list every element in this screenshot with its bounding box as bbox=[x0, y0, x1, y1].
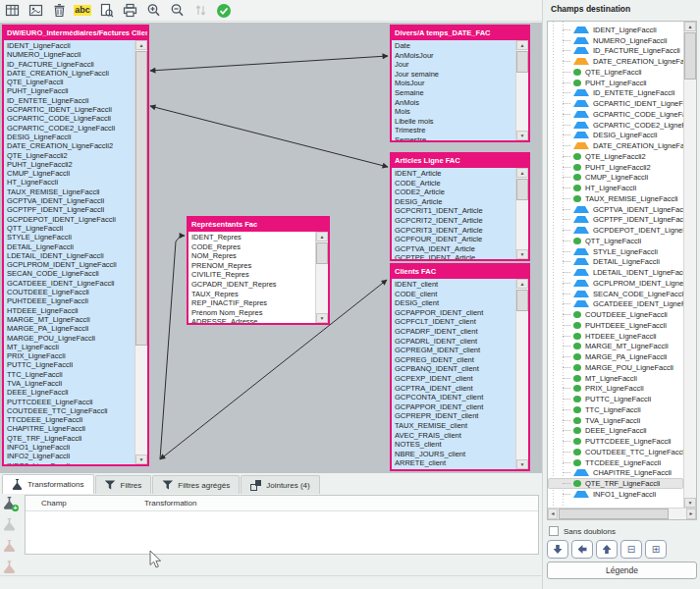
table-field[interactable]: PRIX_LigneFaccli bbox=[4, 351, 135, 360]
destination-field[interactable]: GCPTPF_IDENT_LigneFaccli bbox=[548, 215, 683, 226]
entity-table-clients[interactable]: Clients FAC IDENT_clientCODE_clientDESIG… bbox=[390, 263, 530, 471]
scroll-down-button[interactable]: ▼ bbox=[135, 455, 147, 464]
destination-field[interactable]: QTE_TRF_LigneFaccli bbox=[548, 478, 683, 489]
destination-field[interactable]: GCATDEEE_IDENT_LigneFaccli bbox=[548, 299, 683, 310]
transformations-list[interactable]: Champ Transformation bbox=[25, 495, 539, 555]
table-field[interactable]: CODE_Article bbox=[392, 179, 515, 188]
destination-field[interactable]: COUTDEEE_TTC_LigneFaccli bbox=[548, 447, 683, 457]
table-field[interactable]: GCPTVA_IDENT_LigneFaccli bbox=[4, 196, 135, 205]
scroll-right-button[interactable]: ► bbox=[686, 509, 696, 519]
entity-table-title[interactable]: Divers/A temps_DATE_FAC bbox=[392, 27, 528, 40]
table-field[interactable]: DATE_CREATION_LigneFaccli2 bbox=[4, 141, 135, 150]
destination-field[interactable]: HTDEEE_LigneFaccli bbox=[548, 331, 683, 342]
table-field[interactable]: QTT_LigneFaccli bbox=[4, 224, 135, 233]
table-field[interactable]: GCPARTIC_CODE_LigneFaccli bbox=[4, 114, 135, 123]
table-field[interactable]: GCPAPPOR_IDENT_client bbox=[392, 308, 515, 318]
legend-button[interactable]: Légende bbox=[547, 562, 697, 579]
move-down-button[interactable] bbox=[547, 540, 568, 559]
table-field[interactable]: QTE_TRF_LigneFaccli bbox=[4, 434, 135, 443]
table-field[interactable]: NOTES_client bbox=[392, 440, 515, 450]
table-field[interactable]: IDENT_Repres bbox=[188, 233, 315, 242]
destination-field[interactable]: MARGE_POU_LigneFaccli bbox=[548, 362, 683, 373]
table-field[interactable]: DESIG_LigneFaccli bbox=[4, 133, 135, 141]
tab[interactable]: Jointures (4) bbox=[241, 475, 319, 494]
destination-field[interactable]: GCPARTIC_CODE_LigneFaccli bbox=[548, 109, 683, 120]
table-field[interactable]: DETAIL_LigneFaccli bbox=[4, 242, 135, 251]
destination-field[interactable]: GCPTVA_IDENT_LigneFaccli bbox=[548, 204, 683, 215]
destination-field[interactable]: DETAIL_LigneFaccli bbox=[548, 257, 683, 268]
table-field[interactable]: GCPREPR_IDENT_client bbox=[392, 411, 515, 421]
table-field[interactable]: Jour semaine bbox=[392, 70, 515, 80]
scroll-thumb[interactable] bbox=[516, 179, 528, 200]
table-scrollbar[interactable]: ▲ ▼ bbox=[515, 279, 528, 469]
destination-field[interactable]: ID_FACTURE_LigneFaccli bbox=[548, 46, 683, 57]
table-field[interactable]: NOM_Repres bbox=[188, 251, 315, 261]
table-field[interactable]: GCPLPROM_IDENT_LigneFaccli bbox=[4, 260, 135, 269]
table-field[interactable]: HT_LigneFaccli bbox=[4, 178, 135, 187]
table-field[interactable]: PUHTDEEE_LigneFaccli bbox=[4, 296, 135, 305]
table-field[interactable]: TAUX_REMISE_LigneFaccli bbox=[4, 187, 135, 196]
destination-field[interactable]: GCPARTIC_IDENT_LigneFaccli bbox=[548, 98, 683, 109]
destination-field[interactable]: QTE_LigneFaccli bbox=[548, 67, 683, 78]
table-field[interactable]: MT_LigneFaccli bbox=[4, 343, 135, 351]
destination-field[interactable]: GCPLPROM_IDENT_LigneFaccli bbox=[548, 278, 683, 289]
entity-table-title[interactable]: Articles Ligne FAC bbox=[392, 154, 528, 168]
scroll-up-button[interactable]: ▲ bbox=[684, 22, 696, 31]
entity-table-divers[interactable]: Divers/A temps_DATE_FAC DateAnMoisJourJo… bbox=[390, 25, 530, 142]
table-field[interactable]: PUTTCDEEE_LigneFaccli bbox=[4, 398, 135, 406]
table-field[interactable]: GCPREG_IDENT_client bbox=[392, 355, 515, 365]
table-field[interactable]: CHAPITRE_LigneFaccli bbox=[4, 424, 135, 433]
destination-field[interactable]: DATE_CREATION_LigneFaccli2 bbox=[548, 140, 683, 151]
table-field[interactable]: NBRE_JOURS_client bbox=[392, 450, 515, 459]
scroll-track[interactable] bbox=[684, 31, 696, 498]
entity-table-representants[interactable]: Représentants Fac IDENT_RepresCODE_Repre… bbox=[187, 216, 330, 325]
collapse-button[interactable]: ⊟ bbox=[620, 540, 642, 559]
table-field[interactable]: GCPCRIT1_IDENT_Article bbox=[392, 206, 515, 216]
destination-field[interactable]: INFO1_LigneFaccli bbox=[548, 489, 683, 500]
table-field[interactable]: TTC_LigneFaccli bbox=[4, 370, 135, 379]
entity-table-title[interactable]: Représentants Fac bbox=[188, 218, 328, 232]
table-field[interactable]: DEEE_LigneFaccli bbox=[4, 388, 135, 397]
table-field[interactable]: GCPEXP_IDENT_client bbox=[392, 374, 515, 384]
table-field[interactable]: GCPCONTA_IDENT_client bbox=[392, 393, 515, 402]
table-field[interactable]: GCPTVA_IDENT_Article bbox=[392, 244, 515, 254]
table-field[interactable]: HTDEEE_LigneFaccli bbox=[4, 306, 135, 315]
tree-vertical-scrollbar[interactable]: ▲ ▼ bbox=[683, 22, 696, 508]
table-field[interactable]: TTCDEEE_LigneFaccli bbox=[4, 415, 135, 424]
table-field[interactable]: DATE_CREATION_LigneFaccli bbox=[4, 69, 135, 78]
table-scrollbar[interactable]: ▲ ▼ bbox=[135, 40, 147, 464]
scroll-down-button[interactable]: ▼ bbox=[516, 249, 528, 259]
table-field[interactable]: GCPTPF_IDENT_Article bbox=[392, 253, 515, 259]
scroll-thumb[interactable] bbox=[316, 242, 328, 264]
destination-field[interactable]: STYLE_LigneFaccli bbox=[548, 246, 683, 257]
scroll-track[interactable] bbox=[558, 509, 686, 519]
table-field[interactable]: AnMois bbox=[392, 98, 515, 108]
table-field[interactable]: AnMoisJour bbox=[392, 51, 515, 61]
destination-field[interactable]: DEEE_LigneFaccli bbox=[548, 426, 683, 437]
scroll-up-button[interactable]: ▲ bbox=[135, 40, 147, 50]
destination-field[interactable]: CHAPITRE_LigneFaccli bbox=[548, 468, 683, 479]
join-line-divers[interactable] bbox=[150, 56, 388, 71]
sql-view-icon[interactable] bbox=[27, 3, 43, 19]
zoom-out-icon[interactable] bbox=[169, 3, 185, 19]
entity-table-title[interactable]: DW/EURO_Intermédiaires/Factures Clien bbox=[4, 27, 147, 40]
table-field[interactable]: DECALAGE_client bbox=[392, 468, 515, 469]
entity-table-articles[interactable]: Articles Ligne FAC IDENT_ArticleCODE_Art… bbox=[390, 152, 530, 261]
table-view-icon[interactable] bbox=[4, 3, 20, 19]
table-field[interactable]: GCPAPPOR_IDENT_client bbox=[392, 402, 515, 412]
destination-field[interactable]: SECAN_CODE_LigneFaccli bbox=[548, 289, 683, 299]
table-field[interactable]: SECAN_CODE_LigneFaccli bbox=[4, 269, 135, 278]
table-field[interactable]: MARGE_MT_LigneFaccli bbox=[4, 315, 135, 324]
table-field[interactable]: PUHT_LigneFaccli2 bbox=[4, 160, 135, 169]
table-field[interactable]: MARGE_PA_LigneFaccli bbox=[4, 324, 135, 333]
scroll-thumb[interactable] bbox=[135, 51, 147, 346]
print-preview-icon[interactable] bbox=[98, 3, 114, 19]
table-field[interactable]: COUTDEEE_LigneFaccli bbox=[4, 288, 135, 296]
entity-table-factures[interactable]: DW/EURO_Intermédiaires/Factures Clien ID… bbox=[2, 25, 149, 466]
scroll-track[interactable] bbox=[516, 289, 528, 459]
table-field[interactable]: INFO2_LigneFaccli bbox=[4, 452, 135, 460]
join-line-articles[interactable] bbox=[150, 106, 388, 167]
table-field[interactable]: CODE_client bbox=[392, 290, 515, 299]
tab[interactable]: Transformations bbox=[2, 474, 94, 494]
scroll-up-button[interactable]: ▲ bbox=[516, 168, 528, 178]
